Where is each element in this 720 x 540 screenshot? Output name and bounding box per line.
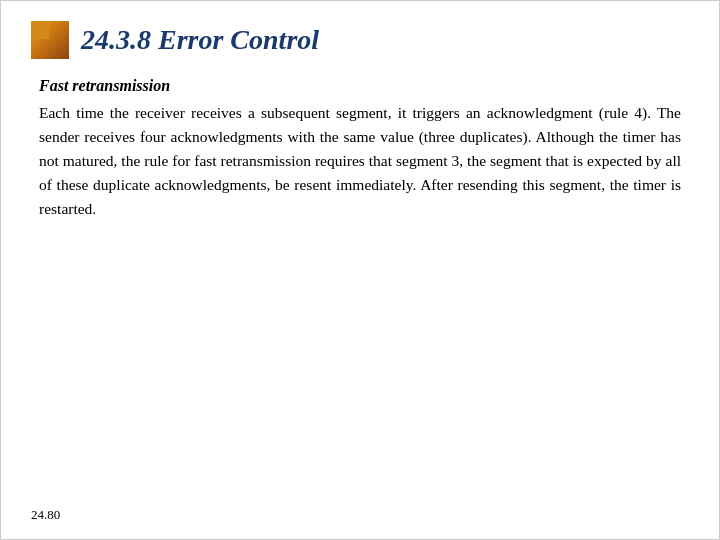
slide-container: 24.3.8 Error Control Fast retransmission… (0, 0, 720, 540)
slide-footer: 24.80 (31, 507, 60, 523)
slide-header: 24.3.8 Error Control (31, 21, 689, 59)
body-paragraph: Each time the receiver receives a subseq… (39, 101, 681, 221)
content-area: Fast retransmission Each time the receiv… (31, 77, 689, 221)
slide-title: 24.3.8 Error Control (81, 24, 319, 56)
footer-page-number: 24.80 (31, 507, 60, 522)
header-accent-block (31, 21, 69, 59)
section-subtitle: Fast retransmission (39, 77, 681, 95)
